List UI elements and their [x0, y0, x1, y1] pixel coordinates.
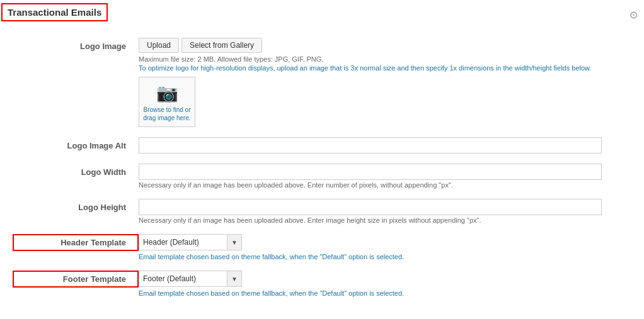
browse-text: Browse to find or drag image here. — [139, 106, 195, 122]
logo-width-control: Necessary only if an image has been uplo… — [139, 164, 631, 189]
logo-height-label: Logo Height — [13, 199, 139, 212]
logo-image-row: Logo Image Upload Select from Gallery Ma… — [0, 38, 644, 127]
header-template-label: Header Template — [13, 234, 139, 251]
footer-template-select[interactable]: Footer (Default) — [139, 271, 227, 287]
logo-width-input[interactable] — [139, 164, 602, 180]
logo-image-buttons: Upload Select from Gallery — [139, 38, 631, 53]
logo-image-alt-input[interactable] — [139, 137, 602, 154]
logo-height-help: Necessary only if an image has been uplo… — [139, 216, 631, 224]
logo-image-alt-row: Logo Image Alt — [0, 137, 644, 154]
header-template-select[interactable]: Header (Default) — [139, 234, 227, 250]
header-template-help: Email template chosen based on theme fal… — [139, 253, 631, 260]
optimize-text: To optimize logo for high-resolution dis… — [139, 64, 631, 72]
footer-template-help: Email template chosen based on theme fal… — [139, 289, 631, 297]
logo-height-row: Logo Height Necessary only if an image h… — [0, 199, 644, 224]
logo-height-input[interactable] — [139, 199, 602, 215]
image-upload-box[interactable]: 📷 Browse to find or drag image here. — [139, 77, 195, 127]
footer-template-label: Footer Template — [13, 271, 139, 288]
footer-template-select-wrapper: Footer (Default) ▼ — [139, 271, 631, 287]
logo-image-control: Upload Select from Gallery Maximum file … — [139, 38, 631, 127]
max-file-text: Maximum file size: 2 MB. Allowed file ty… — [139, 55, 631, 63]
header-template-select-wrapper: Header (Default) ▼ — [139, 234, 631, 250]
select-from-gallery-button[interactable]: Select from Gallery — [181, 38, 262, 53]
logo-width-help: Necessary only if an image has been uplo… — [139, 181, 631, 189]
header-template-dropdown-arrow[interactable]: ▼ — [227, 234, 242, 250]
logo-image-alt-control — [139, 137, 631, 154]
logo-width-row: Logo Width Necessary only if an image ha… — [0, 164, 644, 189]
logo-width-label: Logo Width — [13, 164, 139, 177]
footer-template-row: Footer Template Footer (Default) ▼ Email… — [0, 271, 644, 297]
logo-image-label: Logo Image — [13, 38, 139, 51]
upload-button[interactable]: Upload — [139, 38, 179, 53]
logo-image-alt-label: Logo Image Alt — [13, 137, 139, 150]
page-title: Transactional Emails — [1, 3, 108, 21]
logo-height-control: Necessary only if an image has been uplo… — [139, 199, 631, 224]
top-right-icon[interactable]: ⊙ — [630, 9, 638, 21]
footer-template-control: Footer (Default) ▼ Email template chosen… — [139, 271, 631, 297]
footer-template-dropdown-arrow[interactable]: ▼ — [227, 271, 242, 287]
main-content: Logo Image Upload Select from Gallery Ma… — [0, 31, 644, 313]
camera-icon: 📷 — [156, 82, 178, 103]
header-template-control: Header (Default) ▼ Email template chosen… — [139, 234, 631, 260]
header-template-row: Header Template Header (Default) ▼ Email… — [0, 234, 644, 260]
